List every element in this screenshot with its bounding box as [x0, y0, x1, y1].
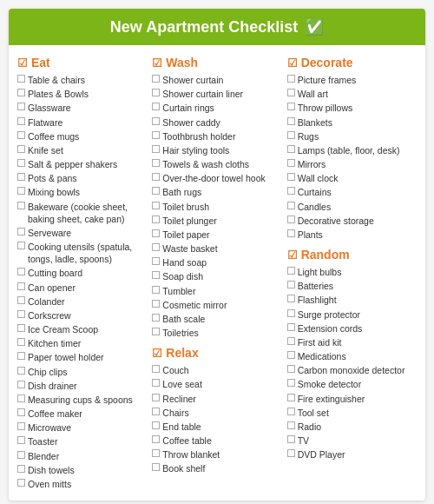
checkbox-icon[interactable]: [287, 75, 295, 83]
checkbox-icon[interactable]: [152, 435, 160, 443]
checkbox-icon[interactable]: [287, 449, 295, 457]
checkbox-icon[interactable]: [152, 243, 160, 251]
list-item[interactable]: Over-the-door towel hook: [152, 172, 281, 184]
list-item[interactable]: Bakeware (cookie sheet, baking sheet, ca…: [17, 201, 147, 225]
checkbox-icon[interactable]: [287, 145, 295, 153]
list-item[interactable]: Flatware: [17, 116, 147, 129]
checkbox-icon[interactable]: [17, 187, 25, 195]
list-item[interactable]: First aid kit: [287, 336, 417, 348]
list-item[interactable]: Oven mitts: [17, 478, 147, 490]
checkbox-icon[interactable]: [287, 281, 295, 288]
checkbox-icon[interactable]: [287, 202, 295, 209]
list-item[interactable]: Toilet brush: [152, 201, 281, 213]
list-item[interactable]: Couch: [152, 364, 281, 376]
list-item[interactable]: Throw pillows: [287, 102, 417, 114]
list-item[interactable]: Cooking utensils (spatula, tongs, ladle,…: [17, 241, 147, 265]
list-item[interactable]: Mirrors: [287, 158, 417, 170]
list-item[interactable]: Waste basket: [152, 242, 281, 255]
checkbox-icon[interactable]: [152, 159, 160, 167]
checkbox-icon[interactable]: [17, 173, 25, 181]
list-item[interactable]: Colander: [17, 295, 147, 308]
list-item[interactable]: Throw blanket: [152, 448, 281, 461]
list-item[interactable]: Book shelf: [152, 462, 281, 474]
list-item[interactable]: Plants: [287, 229, 417, 241]
list-item[interactable]: Mixing bowls: [17, 186, 147, 198]
list-item[interactable]: Blankets: [287, 116, 417, 129]
checkbox-icon[interactable]: [17, 242, 25, 249]
checkbox-icon[interactable]: [152, 202, 160, 209]
checkbox-icon[interactable]: [152, 300, 160, 308]
checkbox-icon[interactable]: [152, 131, 160, 139]
checkbox-icon[interactable]: [17, 422, 25, 430]
list-item[interactable]: Table & chairs: [17, 74, 147, 86]
list-item[interactable]: Bath scale: [152, 313, 281, 325]
checkbox-icon[interactable]: [287, 394, 295, 401]
checkbox-icon[interactable]: [17, 268, 25, 275]
checkbox-icon[interactable]: [152, 187, 160, 195]
checkbox-icon[interactable]: [152, 449, 160, 457]
checkbox-icon[interactable]: [17, 310, 25, 318]
checkbox-icon[interactable]: [152, 103, 160, 110]
list-item[interactable]: Toaster: [17, 435, 147, 448]
checkbox-icon[interactable]: [17, 324, 25, 332]
list-item[interactable]: DVD Player: [287, 448, 417, 461]
list-item[interactable]: Coffee maker: [17, 408, 147, 420]
checkbox-icon[interactable]: [152, 365, 160, 373]
checkbox-icon[interactable]: [152, 117, 160, 125]
list-item[interactable]: Toilet paper: [152, 229, 281, 241]
list-item[interactable]: TV: [287, 434, 417, 447]
list-item[interactable]: Shower curtain liner: [152, 88, 281, 100]
checkbox-icon[interactable]: [17, 436, 25, 444]
checkbox-icon[interactable]: [17, 103, 25, 110]
checkbox-icon[interactable]: [152, 257, 160, 265]
checkbox-icon[interactable]: [287, 103, 295, 110]
list-item[interactable]: Medications: [287, 350, 417, 362]
checkbox-icon[interactable]: [17, 381, 25, 388]
checkbox-icon[interactable]: [287, 408, 295, 415]
checkbox-icon[interactable]: [17, 451, 25, 459]
checkbox-icon[interactable]: [152, 286, 160, 294]
checkbox-icon[interactable]: [152, 173, 160, 181]
list-item[interactable]: Hand soap: [152, 256, 281, 269]
list-item[interactable]: Knife set: [17, 144, 147, 156]
checkbox-icon[interactable]: [152, 379, 160, 387]
checkbox-icon[interactable]: [17, 367, 25, 375]
checkbox-icon[interactable]: [17, 352, 25, 360]
checkbox-icon[interactable]: [287, 187, 295, 195]
list-item[interactable]: Wall clock: [287, 172, 417, 184]
checkbox-icon[interactable]: [287, 435, 295, 443]
checkbox-icon[interactable]: [287, 421, 295, 429]
list-item[interactable]: Love seat: [152, 378, 281, 390]
checkbox-icon[interactable]: [17, 202, 25, 209]
list-item[interactable]: Measuring cups & spoons: [17, 394, 147, 406]
checkbox-icon[interactable]: [17, 296, 25, 304]
list-item[interactable]: Cutting board: [17, 267, 147, 279]
checkbox-icon[interactable]: [17, 395, 25, 402]
list-item[interactable]: Kitchen timer: [17, 337, 147, 349]
checkbox-icon[interactable]: [17, 159, 25, 167]
list-item[interactable]: Chairs: [152, 407, 281, 419]
checkbox-icon[interactable]: [287, 379, 295, 387]
checkbox-icon[interactable]: [17, 282, 25, 290]
list-item[interactable]: Ice Cream Scoop: [17, 323, 147, 335]
list-item[interactable]: Fire extinguisher: [287, 393, 417, 405]
list-item[interactable]: Recliner: [152, 393, 281, 405]
checkbox-icon[interactable]: [152, 216, 160, 223]
checkbox-icon[interactable]: [152, 463, 160, 471]
checkbox-icon[interactable]: [287, 89, 295, 96]
list-item[interactable]: Toilet plunger: [152, 215, 281, 227]
checkbox-icon[interactable]: [17, 228, 25, 235]
checkbox-icon[interactable]: [287, 337, 295, 345]
list-item[interactable]: Rugs: [287, 130, 417, 143]
checkbox-icon[interactable]: [152, 229, 160, 237]
checkbox-icon[interactable]: [17, 89, 25, 96]
checkbox-icon[interactable]: [287, 173, 295, 181]
list-item[interactable]: Cosmetic mirror: [152, 299, 281, 311]
checkbox-icon[interactable]: [152, 89, 160, 96]
list-item[interactable]: Curtain rings: [152, 102, 281, 114]
list-item[interactable]: Soap dish: [152, 270, 281, 282]
list-item[interactable]: Chip clips: [17, 366, 147, 378]
checkbox-icon[interactable]: [152, 394, 160, 401]
list-item[interactable]: Shower caddy: [152, 116, 281, 129]
list-item[interactable]: Carbon monoxide detector: [287, 364, 417, 376]
